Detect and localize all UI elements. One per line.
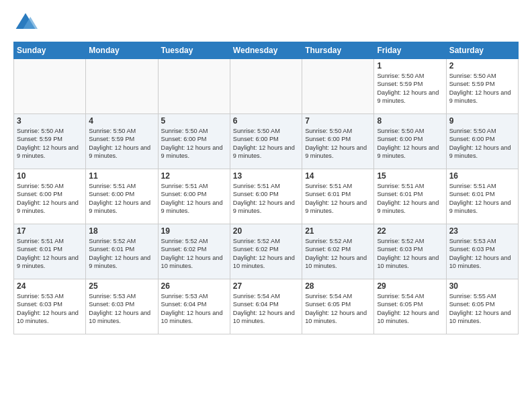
day-number: 6 bbox=[233, 116, 299, 126]
day-info: Sunrise: 5:50 AMSunset: 6:00 PMDaylight:… bbox=[233, 127, 299, 161]
day-number: 9 bbox=[449, 116, 515, 126]
day-info: Sunrise: 5:50 AMSunset: 6:00 PMDaylight:… bbox=[377, 127, 443, 161]
calendar-cell bbox=[86, 59, 158, 114]
calendar-cell: 27Sunrise: 5:54 AMSunset: 6:04 PMDayligh… bbox=[230, 279, 302, 334]
day-info: Sunrise: 5:50 AMSunset: 6:00 PMDaylight:… bbox=[305, 127, 371, 161]
day-info: Sunrise: 5:53 AMSunset: 6:03 PMDaylight:… bbox=[89, 292, 154, 326]
calendar-cell: 2Sunrise: 5:50 AMSunset: 5:59 PMDaylight… bbox=[446, 59, 518, 114]
week-row-2: 3Sunrise: 5:50 AMSunset: 5:59 PMDaylight… bbox=[14, 114, 519, 169]
day-number: 3 bbox=[17, 116, 83, 126]
calendar-cell: 5Sunrise: 5:50 AMSunset: 6:00 PMDaylight… bbox=[158, 114, 230, 169]
weekday-saturday: Saturday bbox=[446, 42, 518, 59]
calendar-cell: 10Sunrise: 5:50 AMSunset: 6:00 PMDayligh… bbox=[14, 169, 86, 224]
calendar-cell: 16Sunrise: 5:51 AMSunset: 6:01 PMDayligh… bbox=[446, 169, 518, 224]
day-info: Sunrise: 5:52 AMSunset: 6:03 PMDaylight:… bbox=[377, 237, 443, 271]
calendar-cell: 30Sunrise: 5:55 AMSunset: 6:05 PMDayligh… bbox=[446, 279, 518, 334]
day-info: Sunrise: 5:54 AMSunset: 6:04 PMDaylight:… bbox=[233, 292, 299, 326]
day-info: Sunrise: 5:52 AMSunset: 6:02 PMDaylight:… bbox=[161, 237, 227, 271]
day-number: 4 bbox=[89, 116, 154, 126]
day-info: Sunrise: 5:51 AMSunset: 6:01 PMDaylight:… bbox=[305, 182, 371, 216]
day-info: Sunrise: 5:50 AMSunset: 6:00 PMDaylight:… bbox=[161, 127, 227, 161]
calendar-cell bbox=[158, 59, 230, 114]
logo-icon bbox=[13, 11, 38, 35]
day-info: Sunrise: 5:50 AMSunset: 5:59 PMDaylight:… bbox=[89, 127, 154, 161]
weekday-sunday: Sunday bbox=[14, 42, 86, 59]
weekday-monday: Monday bbox=[86, 42, 158, 59]
calendar-cell: 3Sunrise: 5:50 AMSunset: 5:59 PMDaylight… bbox=[14, 114, 86, 169]
day-info: Sunrise: 5:51 AMSunset: 6:00 PMDaylight:… bbox=[161, 182, 227, 216]
day-info: Sunrise: 5:51 AMSunset: 6:01 PMDaylight:… bbox=[17, 237, 83, 271]
calendar-table: SundayMondayTuesdayWednesdayThursdayFrid… bbox=[13, 42, 519, 334]
calendar-cell: 9Sunrise: 5:50 AMSunset: 6:00 PMDaylight… bbox=[446, 114, 518, 169]
day-info: Sunrise: 5:51 AMSunset: 6:00 PMDaylight:… bbox=[89, 182, 154, 216]
calendar-cell: 11Sunrise: 5:51 AMSunset: 6:00 PMDayligh… bbox=[86, 169, 158, 224]
calendar-cell: 22Sunrise: 5:52 AMSunset: 6:03 PMDayligh… bbox=[374, 224, 446, 279]
day-info: Sunrise: 5:52 AMSunset: 6:02 PMDaylight:… bbox=[233, 237, 299, 271]
day-info: Sunrise: 5:50 AMSunset: 6:00 PMDaylight:… bbox=[449, 127, 515, 161]
day-number: 21 bbox=[305, 226, 371, 236]
calendar-cell: 1Sunrise: 5:50 AMSunset: 5:59 PMDaylight… bbox=[374, 59, 446, 114]
day-info: Sunrise: 5:51 AMSunset: 6:01 PMDaylight:… bbox=[449, 182, 515, 216]
day-info: Sunrise: 5:52 AMSunset: 6:01 PMDaylight:… bbox=[89, 237, 154, 271]
day-number: 1 bbox=[377, 61, 443, 71]
day-number: 29 bbox=[377, 281, 443, 291]
weekday-header-row: SundayMondayTuesdayWednesdayThursdayFrid… bbox=[14, 42, 519, 59]
day-number: 18 bbox=[89, 226, 154, 236]
calendar-cell: 12Sunrise: 5:51 AMSunset: 6:00 PMDayligh… bbox=[158, 169, 230, 224]
week-row-3: 10Sunrise: 5:50 AMSunset: 6:00 PMDayligh… bbox=[14, 169, 519, 224]
day-info: Sunrise: 5:52 AMSunset: 6:02 PMDaylight:… bbox=[305, 237, 371, 271]
calendar-cell: 14Sunrise: 5:51 AMSunset: 6:01 PMDayligh… bbox=[302, 169, 374, 224]
day-number: 22 bbox=[377, 226, 443, 236]
week-row-1: 1Sunrise: 5:50 AMSunset: 5:59 PMDaylight… bbox=[14, 59, 519, 114]
day-number: 24 bbox=[17, 281, 83, 291]
day-number: 25 bbox=[89, 281, 154, 291]
calendar-cell bbox=[14, 59, 86, 114]
day-number: 20 bbox=[233, 226, 299, 236]
calendar-cell: 25Sunrise: 5:53 AMSunset: 6:03 PMDayligh… bbox=[86, 279, 158, 334]
day-info: Sunrise: 5:54 AMSunset: 6:05 PMDaylight:… bbox=[377, 292, 443, 326]
day-number: 26 bbox=[161, 281, 227, 291]
day-number: 23 bbox=[449, 226, 515, 236]
weekday-thursday: Thursday bbox=[302, 42, 374, 59]
calendar-cell bbox=[230, 59, 302, 114]
day-number: 7 bbox=[305, 116, 371, 126]
logo bbox=[13, 11, 40, 35]
day-info: Sunrise: 5:50 AMSunset: 5:59 PMDaylight:… bbox=[377, 72, 443, 105]
calendar-cell: 24Sunrise: 5:53 AMSunset: 6:03 PMDayligh… bbox=[14, 279, 86, 334]
calendar-cell: 26Sunrise: 5:53 AMSunset: 6:04 PMDayligh… bbox=[158, 279, 230, 334]
day-info: Sunrise: 5:53 AMSunset: 6:03 PMDaylight:… bbox=[17, 292, 83, 326]
weekday-wednesday: Wednesday bbox=[230, 42, 302, 59]
calendar-cell: 29Sunrise: 5:54 AMSunset: 6:05 PMDayligh… bbox=[374, 279, 446, 334]
day-number: 13 bbox=[233, 171, 299, 181]
calendar-cell: 18Sunrise: 5:52 AMSunset: 6:01 PMDayligh… bbox=[86, 224, 158, 279]
calendar-cell: 13Sunrise: 5:51 AMSunset: 6:00 PMDayligh… bbox=[230, 169, 302, 224]
day-info: Sunrise: 5:50 AMSunset: 6:00 PMDaylight:… bbox=[17, 182, 83, 216]
day-number: 16 bbox=[449, 171, 515, 181]
day-info: Sunrise: 5:51 AMSunset: 6:00 PMDaylight:… bbox=[233, 182, 299, 216]
page: SundayMondayTuesdayWednesdayThursdayFrid… bbox=[0, 0, 532, 341]
day-number: 30 bbox=[449, 281, 515, 291]
calendar-cell: 23Sunrise: 5:53 AMSunset: 6:03 PMDayligh… bbox=[446, 224, 518, 279]
calendar-cell: 7Sunrise: 5:50 AMSunset: 6:00 PMDaylight… bbox=[302, 114, 374, 169]
calendar-cell: 20Sunrise: 5:52 AMSunset: 6:02 PMDayligh… bbox=[230, 224, 302, 279]
calendar-cell: 17Sunrise: 5:51 AMSunset: 6:01 PMDayligh… bbox=[14, 224, 86, 279]
day-number: 11 bbox=[89, 171, 154, 181]
calendar-cell: 19Sunrise: 5:52 AMSunset: 6:02 PMDayligh… bbox=[158, 224, 230, 279]
calendar-cell bbox=[302, 59, 374, 114]
day-number: 2 bbox=[449, 61, 515, 71]
day-number: 19 bbox=[161, 226, 227, 236]
day-number: 12 bbox=[161, 171, 227, 181]
day-info: Sunrise: 5:50 AMSunset: 5:59 PMDaylight:… bbox=[449, 72, 515, 105]
day-number: 14 bbox=[305, 171, 371, 181]
day-info: Sunrise: 5:51 AMSunset: 6:01 PMDaylight:… bbox=[377, 182, 443, 216]
day-info: Sunrise: 5:54 AMSunset: 6:05 PMDaylight:… bbox=[305, 292, 371, 326]
calendar-cell: 28Sunrise: 5:54 AMSunset: 6:05 PMDayligh… bbox=[302, 279, 374, 334]
day-info: Sunrise: 5:55 AMSunset: 6:05 PMDaylight:… bbox=[449, 292, 515, 326]
day-number: 10 bbox=[17, 171, 83, 181]
day-info: Sunrise: 5:53 AMSunset: 6:03 PMDaylight:… bbox=[449, 237, 515, 271]
calendar-cell: 21Sunrise: 5:52 AMSunset: 6:02 PMDayligh… bbox=[302, 224, 374, 279]
header bbox=[13, 11, 519, 35]
day-number: 15 bbox=[377, 171, 443, 181]
calendar-cell: 4Sunrise: 5:50 AMSunset: 5:59 PMDaylight… bbox=[86, 114, 158, 169]
week-row-4: 17Sunrise: 5:51 AMSunset: 6:01 PMDayligh… bbox=[14, 224, 519, 279]
